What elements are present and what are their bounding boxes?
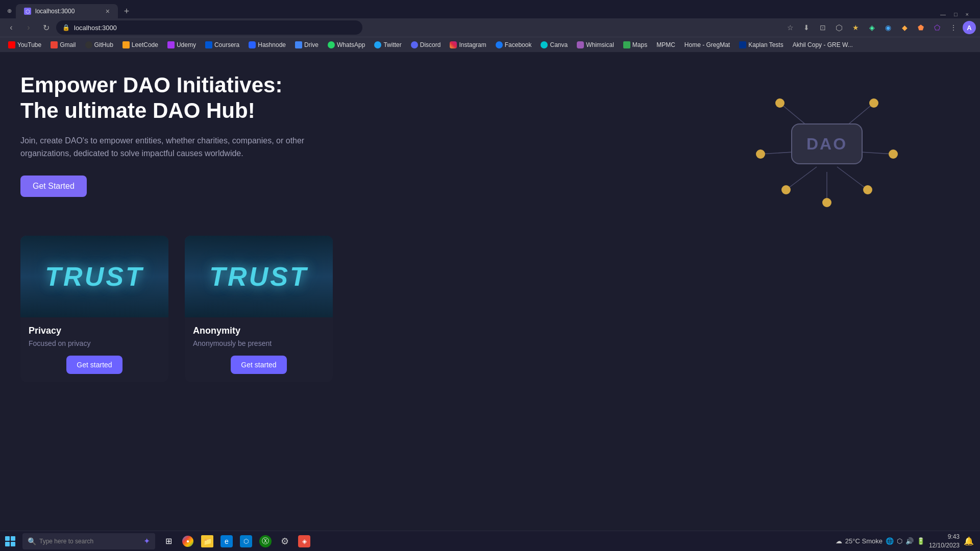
profile-button[interactable]: A [963, 21, 976, 34]
bookmark-mpmc[interactable]: MPMC [652, 40, 679, 50]
notification-icon[interactable]: 🔔 [964, 536, 974, 546]
vscode-taskbar[interactable]: ⬡ [237, 532, 255, 550]
window-minimize[interactable]: — [937, 10, 949, 18]
anonymity-card-body: Anonymity Anonymously be present Get sta… [185, 317, 333, 382]
network-icon: 🌐 [886, 537, 894, 545]
bookmark-drive[interactable]: Drive [291, 40, 323, 50]
youtube-icon [8, 41, 15, 48]
active-tab[interactable]: ⬡ localhost:3000 × [16, 4, 118, 18]
anonymity-card-image: TRUST [185, 236, 333, 317]
bookmark-canva-label: Canva [550, 41, 568, 48]
extension1[interactable]: ★ [848, 20, 863, 35]
address-box[interactable]: 🔒 localhost:3000 [56, 20, 362, 35]
privacy-trust-text: TRUST [45, 261, 143, 292]
bookmark-akhil[interactable]: Akhil Copy - GRE W... [789, 40, 857, 50]
misc-app-taskbar[interactable]: ◈ [295, 532, 313, 550]
extension-puzzle[interactable]: ⬡ [832, 20, 846, 35]
svg-point-9 [756, 149, 765, 159]
bookmark-coursera[interactable]: Coursera [201, 40, 243, 50]
bookmark-instagram[interactable]: Instagram [446, 40, 490, 50]
extension2[interactable]: ◈ [865, 20, 879, 35]
privacy-card-body: Privacy Focused on privacy Get started [20, 317, 168, 382]
bookmark-udemy[interactable]: Udemy [163, 40, 200, 50]
download-button[interactable]: ⬇ [799, 20, 814, 35]
search-icon: 🔍 [28, 537, 36, 545]
bookmark-drive-label: Drive [304, 41, 318, 48]
bookmark-kaplan[interactable]: Kaplan Tests [735, 40, 788, 50]
anonymity-get-started-button[interactable]: Get started [231, 356, 286, 374]
udemy-icon [167, 41, 175, 48]
bookmark-button[interactable]: ☆ [783, 20, 797, 35]
screen-cast-button[interactable]: ⊡ [816, 20, 830, 35]
extension5[interactable]: ⬟ [914, 20, 928, 35]
bookmark-gmail[interactable]: Gmail [46, 40, 80, 50]
bookmark-canva[interactable]: Canva [536, 40, 572, 50]
window-close[interactable]: × [963, 10, 972, 18]
bookmark-gregmat[interactable]: Home - GregMat [680, 40, 734, 50]
svg-line-5 [837, 167, 868, 190]
task-view-button[interactable]: ⊞ [159, 532, 178, 550]
bookmark-youtube-label: YouTube [17, 41, 41, 48]
hero-title: Empower DAO Initiatives: The ultimate DA… [20, 72, 327, 124]
windows-taskbar: 🔍 Type here to search ✦ ⊞ ● 📁 e ⬡ Ⓧ ⚙ ◈ [0, 531, 980, 551]
volume-icon: 🔊 [905, 537, 914, 545]
taskbar-search-box[interactable]: 🔍 Type here to search ✦ [22, 533, 155, 549]
hero-get-started-button[interactable]: Get Started [20, 176, 87, 197]
svg-point-13 [822, 198, 831, 207]
tab-favicon: ⬡ [24, 8, 31, 15]
bookmark-whatsapp[interactable]: WhatsApp [324, 40, 369, 50]
start-button[interactable] [0, 531, 20, 552]
file-explorer-taskbar[interactable]: 📁 [198, 532, 216, 550]
webpage-content: Empower DAO Initiatives: The ultimate DA… [0, 52, 980, 531]
bookmark-coursera-label: Coursera [214, 41, 239, 48]
weather-icon: ☁ [836, 537, 842, 545]
tab-close-button[interactable]: × [106, 7, 110, 15]
bookmark-instagram-label: Instagram [459, 41, 486, 48]
bookmark-maps-label: Maps [632, 41, 647, 48]
bookmark-hashnode[interactable]: Hashnode [244, 40, 290, 50]
bluetooth-icon: ⬡ [897, 537, 902, 545]
bookmark-github[interactable]: GitHub [81, 40, 117, 50]
bookmark-github-label: GitHub [94, 41, 113, 48]
bookmark-youtube[interactable]: YouTube [4, 40, 45, 50]
chrome-taskbar[interactable]: ● [179, 532, 197, 550]
bookmark-whimsical[interactable]: Whimsical [573, 40, 618, 50]
bookmark-leetcode[interactable]: LeetCode [118, 40, 162, 50]
xbox-taskbar[interactable]: Ⓧ [256, 532, 275, 550]
back-profile[interactable]: ⊕ [4, 6, 15, 16]
tab-bar: ⊕ ⬡ localhost:3000 × + — □ × [0, 0, 980, 18]
edge-taskbar[interactable]: e [217, 532, 236, 550]
window-maximize[interactable]: □ [951, 10, 961, 18]
bookmark-twitter[interactable]: Twitter [370, 40, 405, 50]
dao-label: DAO [806, 135, 847, 154]
edge-icon: e [220, 535, 233, 547]
reload-button[interactable]: ↻ [39, 20, 53, 35]
sparkle-icon: ✦ [143, 536, 150, 546]
bookmark-gregmat-label: Home - GregMat [684, 41, 730, 48]
kaplan-icon [739, 41, 746, 48]
extension4[interactable]: ◆ [897, 20, 912, 35]
forward-button[interactable]: › [21, 20, 36, 35]
taskbar-apps: ⊞ ● 📁 e ⬡ Ⓧ ⚙ ◈ [157, 532, 315, 550]
bookmark-leetcode-label: LeetCode [132, 41, 158, 48]
svg-point-7 [775, 98, 785, 108]
new-tab-button[interactable]: + [119, 4, 134, 18]
svg-point-8 [869, 98, 878, 108]
bookmark-akhil-label: Akhil Copy - GRE W... [793, 41, 853, 48]
taskbar-clock: 9:43 12/10/2023 [929, 533, 960, 550]
bookmark-maps[interactable]: Maps [619, 40, 651, 50]
bookmark-facebook[interactable]: Facebook [492, 40, 536, 50]
settings-taskbar[interactable]: ⚙ [276, 532, 294, 550]
hero-section: Empower DAO Initiatives: The ultimate DA… [0, 52, 980, 215]
extension3[interactable]: ◉ [881, 20, 895, 35]
bookmark-discord[interactable]: Discord [407, 40, 445, 50]
bookmark-facebook-label: Facebook [505, 41, 532, 48]
back-button[interactable]: ‹ [4, 20, 18, 35]
extension6[interactable]: ⬠ [930, 20, 944, 35]
overflow-menu[interactable]: ⋮ [946, 20, 961, 35]
privacy-get-started-button[interactable]: Get started [66, 356, 122, 374]
address-text: localhost:3000 [74, 24, 117, 32]
anonymity-card: TRUST Anonymity Anonymously be present G… [185, 236, 333, 382]
anonymity-trust-text: TRUST [209, 261, 308, 292]
task-view-icon: ⊞ [162, 535, 175, 547]
